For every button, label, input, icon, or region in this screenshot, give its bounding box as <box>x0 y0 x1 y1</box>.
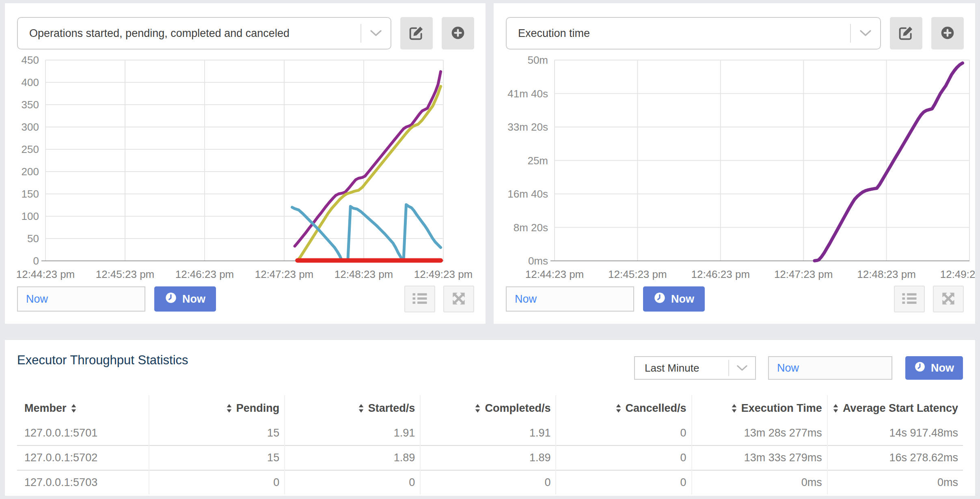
column-label: Member <box>24 402 67 415</box>
x-tick-label: 12:46:23 pm <box>691 268 750 280</box>
metric-select[interactable]: Operations started, pending, completed a… <box>17 17 391 49</box>
edit-chart-button[interactable] <box>400 17 433 49</box>
y-tick-label: 0ms <box>528 255 548 267</box>
chevron-down-icon[interactable] <box>360 24 391 43</box>
y-tick-label: 0 <box>33 255 39 267</box>
column-header-average-start-latency[interactable]: Average Start Latency <box>827 395 963 421</box>
y-tick-label: 400 <box>22 76 39 88</box>
metric-select[interactable]: Execution time <box>506 17 881 49</box>
sort-icon <box>833 404 839 413</box>
time-input[interactable]: Now <box>506 286 634 312</box>
y-tick-label: 300 <box>22 121 39 133</box>
time-input-value: Now <box>26 293 48 305</box>
value-cell: 1.89 <box>420 445 556 470</box>
value-cell: 13m 33s 279ms <box>692 445 827 470</box>
column-label: Cancelled/s <box>626 402 686 415</box>
value-cell: 15 <box>149 445 285 470</box>
edit-icon <box>898 25 914 42</box>
value-cell: 13m 28s 277ms <box>692 421 827 445</box>
expand-arrows-icon <box>940 290 956 308</box>
x-tick-label: 12:47:23 pm <box>255 268 314 280</box>
time-input-value: Now <box>777 362 799 374</box>
time-input[interactable]: Now <box>17 286 145 312</box>
sort-icon <box>731 404 737 413</box>
y-tick-label: 25m <box>527 155 548 167</box>
now-button[interactable]: Now <box>905 356 963 380</box>
y-tick-label: 8m 20s <box>514 222 548 234</box>
x-tick-label: 12:46:23 pm <box>175 268 234 280</box>
now-button-label: Now <box>671 293 694 305</box>
sort-icon <box>358 404 364 413</box>
operations-line-chart: 12:44:23 pm12:45:23 pm12:46:23 pm12:47:2… <box>5 56 486 287</box>
plus-circle-icon <box>940 25 955 42</box>
value-cell: 0 <box>556 470 691 495</box>
table-row: 127.0.0.1:5701151.911.91013m 28s 277ms14… <box>17 421 963 445</box>
member-cell: 127.0.0.1:5702 <box>17 445 149 470</box>
value-cell: 0 <box>556 421 691 445</box>
value-cell: 1.91 <box>420 421 556 445</box>
x-tick-label: 12:44:23 pm <box>16 268 75 280</box>
column-label: Started/s <box>368 402 415 415</box>
table-row: 127.0.0.1:570300000ms0ms <box>17 470 963 495</box>
sort-icon <box>615 404 622 413</box>
legend-toggle-button[interactable] <box>894 286 925 312</box>
x-tick-label: 12:44:23 pm <box>525 268 584 280</box>
clock-icon <box>654 292 666 307</box>
edit-icon <box>409 25 424 42</box>
sort-icon <box>226 404 232 413</box>
value-cell: 15 <box>149 421 285 445</box>
x-tick-label: 12:45:23 pm <box>96 268 155 280</box>
value-cell: 0 <box>285 470 420 495</box>
value-cell: 1.89 <box>285 445 420 470</box>
legend-toggle-button[interactable] <box>404 286 435 312</box>
y-tick-label: 350 <box>22 99 39 111</box>
x-tick-label: 12:47:23 pm <box>774 268 833 280</box>
column-header-pending[interactable]: Pending <box>149 395 285 421</box>
range-select[interactable]: Last Minute <box>634 356 756 380</box>
column-label: Average Start Latency <box>843 402 958 415</box>
add-chart-button[interactable] <box>931 17 964 49</box>
execution-time-chart-panel: Execution time 12:44:23 pm12:45:23 pm1 <box>494 3 975 324</box>
now-button-label: Now <box>931 362 954 374</box>
expand-chart-button[interactable] <box>933 286 964 312</box>
now-button[interactable]: Now <box>154 286 216 312</box>
chart-controls: Now Now <box>506 286 964 312</box>
column-header-started-s[interactable]: Started/s <box>285 395 420 421</box>
chevron-down-icon[interactable] <box>728 360 755 376</box>
panel-title: Executor Throughput Statistics <box>17 353 188 368</box>
column-label: Completed/s <box>485 402 550 415</box>
y-tick-label: 41m 40s <box>507 88 548 100</box>
column-header-execution-time[interactable]: Execution Time <box>692 395 827 421</box>
time-input[interactable]: Now <box>768 356 892 380</box>
column-header-member[interactable]: Member <box>17 395 149 421</box>
y-tick-label: 250 <box>22 143 39 155</box>
x-tick-label: 12:49:23 pm <box>414 268 473 280</box>
value-cell: 0 <box>149 470 285 495</box>
now-button[interactable]: Now <box>643 286 705 312</box>
executor-stats-panel: Executor Throughput Statistics Last Minu… <box>5 340 975 496</box>
x-tick-label: 12:48:23 pm <box>857 268 916 280</box>
column-header-cancelled-s[interactable]: Cancelled/s <box>556 395 691 421</box>
operations-chart-panel: Operations started, pending, completed a… <box>5 3 486 324</box>
execution-time-line-chart: 12:44:23 pm12:45:23 pm12:46:23 pm12:47:2… <box>494 56 975 287</box>
value-cell: 0 <box>556 445 691 470</box>
column-header-completed-s[interactable]: Completed/s <box>420 395 556 421</box>
clock-icon <box>165 292 177 307</box>
value-cell: 16s 278.62ms <box>827 445 963 470</box>
now-button-label: Now <box>182 293 205 305</box>
value-cell: 1.91 <box>285 421 420 445</box>
add-chart-button[interactable] <box>442 17 474 49</box>
chevron-down-icon[interactable] <box>850 24 880 43</box>
plus-circle-icon <box>450 25 466 42</box>
time-input-value: Now <box>515 293 537 305</box>
value-cell: 0 <box>420 470 556 495</box>
member-cell: 127.0.0.1:5701 <box>17 421 149 445</box>
expand-chart-button[interactable] <box>443 286 474 312</box>
column-label: Pending <box>236 402 280 415</box>
y-tick-label: 100 <box>22 210 39 222</box>
y-tick-label: 50m <box>527 56 548 66</box>
chart-header: Operations started, pending, completed a… <box>17 17 474 49</box>
sort-icon <box>71 404 77 413</box>
edit-chart-button[interactable] <box>890 17 922 49</box>
value-cell: 0ms <box>827 470 963 495</box>
